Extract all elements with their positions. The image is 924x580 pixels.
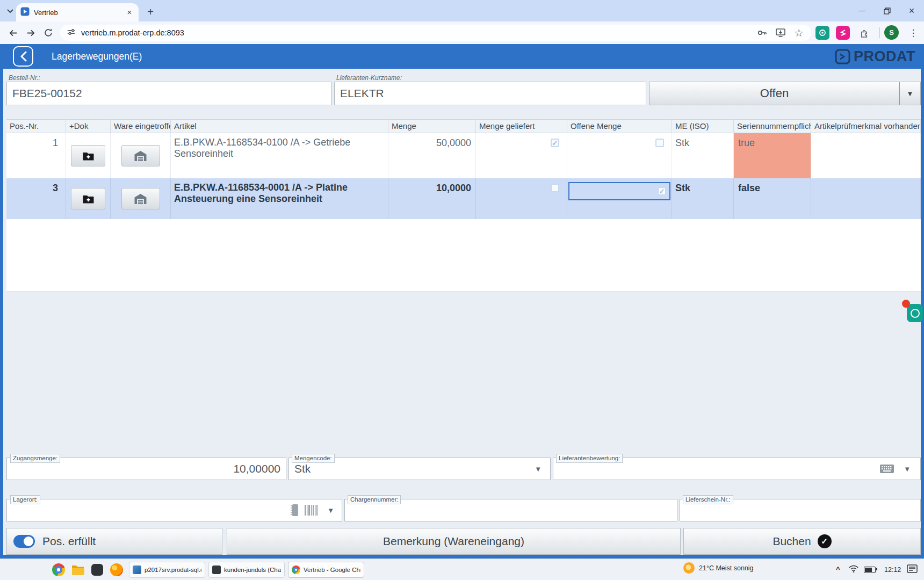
taskbar-firefox-icon[interactable]: [110, 563, 124, 577]
bestell-nr-field[interactable]: FBE25-00152: [6, 82, 331, 105]
reload-icon[interactable]: [41, 25, 56, 40]
mengencode-label: Mengencode:: [292, 454, 335, 463]
toolbar-divider: [879, 27, 880, 38]
warehouse-icon: [134, 193, 147, 205]
lieferantenbewertung-field[interactable]: Lieferantenbewertung: ▼: [553, 458, 921, 480]
password-key-icon[interactable]: [756, 27, 768, 39]
folder-plus-icon: [82, 151, 95, 161]
row-artikel: E.B.PKW.A-1168534-0100 /A -> Getriebe Se…: [171, 133, 388, 178]
forward-icon[interactable]: [23, 25, 38, 40]
row-ware-cell: [111, 178, 171, 219]
menge-geliefert-checkbox[interactable]: [551, 184, 559, 192]
taskbar-dark-app-icon[interactable]: [90, 563, 104, 577]
row-menge-geliefert-cell: [476, 178, 567, 219]
zugangsmenge-value: 10,00000: [233, 462, 280, 475]
taskbar-explorer-icon[interactable]: [71, 563, 85, 577]
buchen-button[interactable]: Buchen ✓: [683, 528, 921, 555]
warehouse-button[interactable]: [121, 145, 160, 166]
taskbar-weather-widget[interactable]: 21°C Meist sonnig: [683, 562, 754, 574]
col-menge: Menge: [388, 119, 476, 133]
tray-chevron-icon[interactable]: ^: [836, 565, 840, 573]
status-dropdown-icon[interactable]: ▼: [899, 82, 920, 105]
lagerort-field[interactable]: Lagerort: ▼: [6, 499, 342, 521]
row-dok-cell: [66, 133, 111, 178]
zugangsmenge-field[interactable]: Zugangsmenge: 10,00000: [6, 458, 286, 480]
lieferant-field[interactable]: ELEKTR: [334, 82, 646, 105]
check-icon: ✓: [552, 140, 558, 147]
mengencode-dropdown-icon[interactable]: ▼: [535, 465, 542, 473]
row-ware-cell: [111, 133, 171, 178]
prodat-logo-text: PRODAT: [854, 48, 915, 65]
taskbar-chrome-icon[interactable]: [52, 563, 66, 577]
app-header: Lagerbewegungen(E) PRODAT: [0, 44, 924, 69]
lagerort-dropdown-icon[interactable]: ▼: [327, 506, 334, 514]
taskbar-clock[interactable]: 12:12: [884, 566, 901, 574]
battery-icon[interactable]: [864, 567, 876, 573]
col-seriennummernpflicht: Seriennummernpflicht: [734, 119, 811, 133]
table-row-selected[interactable]: 3 E.B.PKW.A-1168534-0001 /A -> Platine A…: [6, 178, 921, 219]
row-menge: 50,0000: [388, 133, 476, 178]
chargennummer-field[interactable]: Chargennummer:: [344, 499, 677, 521]
extension-teal-icon[interactable]: [815, 26, 829, 40]
add-document-button[interactable]: [71, 188, 105, 209]
chargennummer-label: Chargennummer:: [348, 495, 401, 504]
keyboard-icon[interactable]: [879, 463, 894, 474]
barcode-icon[interactable]: [304, 504, 318, 516]
col-menge-geliefert: Menge geliefert: [476, 119, 567, 133]
add-document-button[interactable]: [71, 145, 105, 166]
bemerkung-button[interactable]: Bemerkung (Wareneingang): [227, 528, 681, 555]
lieferantenbewertung-label: Lieferantenbewertung:: [556, 454, 623, 463]
lagerort-label: Lagerort:: [10, 495, 40, 504]
lieferantenbewertung-dropdown-icon[interactable]: ▼: [904, 465, 911, 473]
new-tab-button[interactable]: +: [144, 5, 157, 18]
pos-erfuellt-toggle[interactable]: [13, 535, 35, 548]
table-row[interactable]: 1 E.B.PKW.A-1168534-0100 /A -> Getriebe …: [6, 133, 921, 178]
chip-scan-icon[interactable]: [289, 503, 300, 517]
browser-tab[interactable]: Vertrieb ×: [16, 3, 139, 21]
tab-favicon: [20, 7, 30, 18]
lieferschein-field[interactable]: Lieferschein-Nr.:: [680, 499, 921, 521]
row-offene-menge-cell: ✓: [567, 178, 672, 219]
offene-menge-focused-cell[interactable]: ✓: [568, 182, 670, 200]
taskbar-window-vertrieb[interactable]: Vertrieb - Google Chr...: [288, 562, 364, 578]
url-bar[interactable]: vertrieb.m.prodat-erp.de:8093 ☆: [60, 25, 811, 41]
profile-avatar[interactable]: S: [884, 25, 899, 40]
install-app-icon[interactable]: [775, 27, 786, 39]
warehouse-button[interactable]: [121, 188, 160, 209]
check-icon: ✓: [659, 188, 665, 195]
window-minimize-button[interactable]: [850, 0, 875, 21]
overlay-widget-icon[interactable]: [907, 304, 923, 322]
bookmark-star-icon[interactable]: ☆: [793, 27, 805, 39]
extension-pink-icon[interactable]: [836, 26, 850, 40]
positions-table: Pos.-Nr. +Dok Ware eingetroffer Artikel …: [6, 119, 921, 292]
tab-title: Vertrieb: [34, 9, 125, 17]
buchen-check-icon: ✓: [818, 534, 832, 548]
notification-center-icon[interactable]: [907, 564, 918, 576]
row-seriennummernpflicht: true: [734, 133, 811, 178]
window-close-button[interactable]: ×: [899, 0, 924, 21]
offene-menge-checkbox[interactable]: [655, 139, 664, 147]
tab-search-chevron-icon[interactable]: [4, 5, 16, 17]
offene-menge-checkbox[interactable]: ✓: [658, 187, 666, 195]
chat-window-icon: [212, 566, 221, 574]
lieferschein-label: Lieferschein-Nr.:: [683, 495, 733, 504]
window-restore-button[interactable]: [875, 0, 899, 21]
status-select[interactable]: Offen ▼: [649, 82, 921, 105]
extensions-puzzle-icon[interactable]: [857, 26, 871, 40]
menu-kebab-icon[interactable]: ⋮: [907, 26, 920, 40]
mengencode-field[interactable]: Mengencode: Stk ▼: [288, 458, 551, 480]
content-border-left: [0, 69, 3, 559]
col-artikelpruefmerkmal: Artikelprüfmerkmal vorhanden: [811, 119, 921, 133]
back-icon[interactable]: [5, 25, 20, 40]
row-menge-geliefert-cell: ✓: [476, 133, 567, 178]
taskbar-window-label: p2017srv.prodat-sql.d...: [145, 567, 201, 573]
row-offene-menge-cell: [567, 133, 672, 178]
taskbar-window-chat[interactable]: kunden-junduls (Cha...: [208, 562, 285, 578]
wifi-icon[interactable]: [849, 565, 858, 574]
tab-close-icon[interactable]: ×: [125, 8, 134, 17]
row-artikelpruefmerkmal: [811, 178, 921, 219]
menge-geliefert-checkbox[interactable]: ✓: [551, 139, 559, 147]
app-back-button[interactable]: [13, 46, 33, 67]
taskbar-window-sql[interactable]: p2017srv.prodat-sql.d...: [129, 562, 205, 578]
site-info-icon[interactable]: [67, 27, 76, 39]
